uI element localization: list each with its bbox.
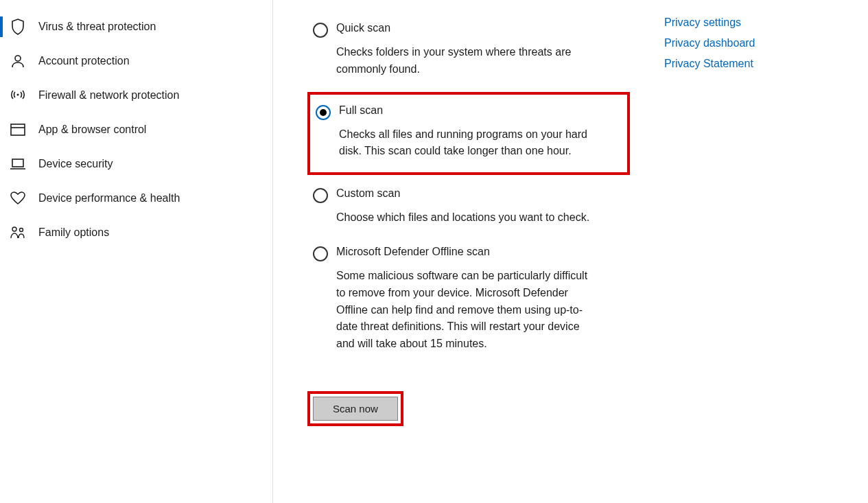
- nav-label: Firewall & network protection: [38, 89, 179, 102]
- svg-point-0: [15, 56, 21, 61]
- link-privacy-dashboard[interactable]: Privacy dashboard: [664, 37, 755, 49]
- radio-custom-scan[interactable]: Custom scan Choose which files and locat…: [307, 182, 630, 236]
- svg-point-5: [12, 227, 16, 231]
- heart-icon: [10, 190, 26, 207]
- privacy-links: Privacy settings Privacy dashboard Priva…: [664, 16, 755, 503]
- svg-rect-4: [12, 159, 23, 167]
- active-accent: [0, 16, 3, 37]
- radio-button[interactable]: [313, 23, 328, 38]
- family-icon: [10, 224, 26, 241]
- nav-label: Family options: [38, 226, 109, 239]
- nav-label: Device performance & health: [38, 192, 180, 204]
- svg-point-6: [20, 229, 23, 232]
- main-content: Quick scan Checks folders in your system…: [273, 0, 868, 503]
- radio-title: Microsoft Defender Offline scan: [336, 246, 597, 258]
- svg-point-1: [17, 94, 19, 96]
- scan-now-button[interactable]: Scan now: [313, 397, 398, 421]
- nav-device-security[interactable]: Device security: [0, 147, 272, 181]
- radio-title: Quick scan: [336, 22, 597, 34]
- radio-desc: Checks folders in your system where thre…: [336, 44, 597, 78]
- nav-label: App & browser control: [38, 124, 146, 136]
- nav-firewall[interactable]: Firewall & network protection: [0, 78, 272, 113]
- radio-full-scan[interactable]: Full scan Checks all files and running p…: [307, 92, 630, 176]
- radio-quick-scan[interactable]: Quick scan Checks folders in your system…: [307, 16, 630, 88]
- radio-desc: Choose which files and locations you wan…: [336, 209, 589, 226]
- nav-label: Account protection: [38, 55, 130, 67]
- person-icon: [10, 53, 26, 69]
- antenna-icon: [10, 87, 26, 104]
- radio-desc: Some malicious software can be particula…: [336, 268, 597, 353]
- nav-label: Virus & threat protection: [38, 21, 156, 33]
- nav-label: Device security: [38, 158, 113, 170]
- nav-virus-threat[interactable]: Virus & threat protection: [0, 10, 272, 44]
- radio-title: Full scan: [339, 104, 600, 117]
- sidebar: Virus & threat protection Account protec…: [0, 0, 273, 503]
- nav-account-protection[interactable]: Account protection: [0, 44, 272, 78]
- nav-device-performance[interactable]: Device performance & health: [0, 181, 272, 215]
- link-privacy-settings[interactable]: Privacy settings: [664, 16, 755, 29]
- radio-title: Custom scan: [336, 187, 589, 200]
- scan-now-highlight: Scan now: [307, 391, 403, 426]
- radio-offline-scan[interactable]: Microsoft Defender Offline scan Some mal…: [307, 240, 630, 362]
- nav-app-browser[interactable]: App & browser control: [0, 113, 272, 147]
- radio-button[interactable]: [313, 188, 328, 203]
- link-privacy-statement[interactable]: Privacy Statement: [664, 58, 755, 70]
- laptop-icon: [10, 156, 26, 172]
- radio-desc: Checks all files and running programs on…: [339, 126, 600, 161]
- nav-family-options[interactable]: Family options: [0, 215, 272, 250]
- svg-rect-2: [11, 124, 25, 135]
- window-icon: [10, 121, 26, 138]
- radio-button[interactable]: [313, 246, 328, 261]
- shield-icon: [10, 19, 26, 35]
- radio-button[interactable]: [316, 105, 331, 120]
